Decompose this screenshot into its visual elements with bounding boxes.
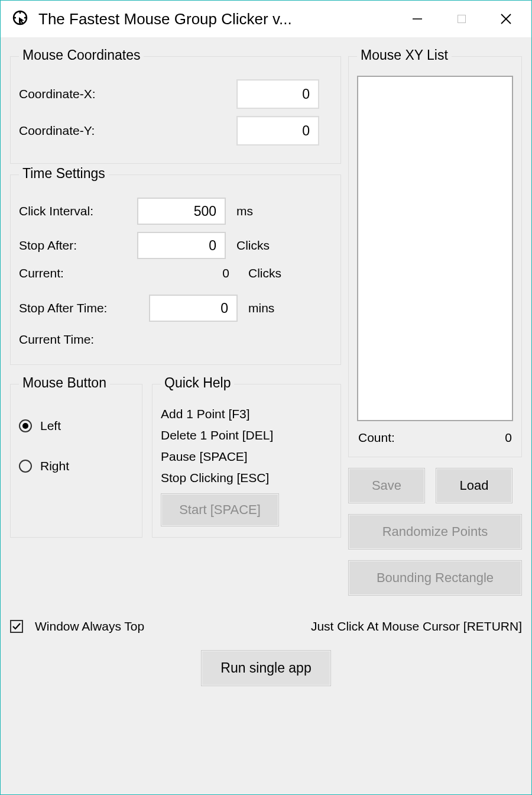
- group-xy-list: Mouse XY List Count: 0: [348, 56, 522, 457]
- help-add-point: Add 1 Point [F3]: [161, 407, 332, 421]
- check-icon: [12, 622, 21, 631]
- group-time-settings: Time Settings Click Interval: ms Stop Af…: [10, 174, 341, 365]
- radio-right[interactable]: Right: [19, 459, 134, 473]
- coord-x-input[interactable]: [236, 79, 319, 109]
- group-mouse-button: Mouse Button Left Right: [10, 384, 142, 538]
- close-button[interactable]: [484, 1, 528, 37]
- group-legend: Quick Help: [161, 375, 234, 391]
- count-value: 0: [505, 431, 512, 445]
- maximize-icon: [458, 15, 466, 23]
- radio-icon: [19, 419, 32, 432]
- stop-after-time-label: Stop After Time:: [19, 301, 149, 315]
- current-label: Current:: [19, 266, 137, 280]
- radio-right-label: Right: [40, 459, 69, 473]
- stop-after-input[interactable]: [137, 232, 226, 259]
- app-window: The Fastest Mouse Group Clicker v... Mou…: [0, 0, 532, 795]
- coord-y-label: Coordinate-Y:: [19, 124, 137, 138]
- coord-x-label: Coordinate-X:: [19, 87, 137, 101]
- radio-left-label: Left: [40, 419, 61, 433]
- xy-listbox[interactable]: [357, 76, 513, 421]
- current-unit: Clicks: [248, 266, 281, 280]
- minimize-button[interactable]: [395, 1, 439, 37]
- click-interval-unit: ms: [236, 204, 253, 218]
- click-interval-label: Click Interval:: [19, 204, 137, 218]
- group-legend: Mouse XY List: [357, 47, 452, 63]
- start-button[interactable]: Start [SPACE]: [161, 493, 279, 526]
- help-pause: Pause [SPACE]: [161, 450, 332, 464]
- stop-after-unit: Clicks: [236, 238, 270, 253]
- always-top-label: Window Always Top: [35, 619, 144, 634]
- group-legend: Mouse Button: [19, 375, 110, 391]
- title-bar: The Fastest Mouse Group Clicker v...: [1, 1, 531, 37]
- bottom-bar: Window Always Top Just Click At Mouse Cu…: [10, 619, 522, 634]
- app-icon: [10, 9, 30, 29]
- cursor-click-hint: Just Click At Mouse Cursor [RETURN]: [311, 619, 522, 634]
- run-single-app-button[interactable]: Run single app: [201, 650, 331, 686]
- click-interval-input[interactable]: [137, 198, 226, 225]
- bounding-button[interactable]: Bounding Rectangle: [348, 560, 522, 596]
- group-legend: Mouse Coordinates: [19, 47, 144, 63]
- client-area: Mouse Coordinates Coordinate-X: Coordina…: [1, 37, 531, 794]
- group-quick-help: Quick Help Add 1 Point [F3] Delete 1 Poi…: [152, 384, 341, 538]
- count-label: Count:: [358, 431, 395, 445]
- help-stop: Stop Clicking [ESC]: [161, 471, 332, 485]
- randomize-button[interactable]: Randomize Points: [348, 514, 522, 550]
- radio-icon: [19, 460, 32, 473]
- stop-after-label: Stop After:: [19, 238, 137, 253]
- load-button[interactable]: Load: [436, 468, 512, 503]
- group-legend: Time Settings: [19, 166, 109, 182]
- save-button[interactable]: Save: [348, 468, 425, 503]
- stop-after-time-unit: mins: [248, 301, 274, 315]
- current-time-label: Current Time:: [19, 332, 149, 347]
- window-title: The Fastest Mouse Group Clicker v...: [38, 10, 292, 28]
- maximize-button[interactable]: [439, 1, 484, 37]
- stop-after-time-input[interactable]: [149, 295, 238, 322]
- current-value: 0: [137, 266, 238, 280]
- help-delete-point: Delete 1 Point [DEL]: [161, 428, 332, 442]
- always-top-checkbox[interactable]: [10, 620, 23, 633]
- coord-y-input[interactable]: [236, 116, 319, 146]
- group-mouse-coordinates: Mouse Coordinates Coordinate-X: Coordina…: [10, 56, 341, 164]
- radio-left[interactable]: Left: [19, 419, 134, 433]
